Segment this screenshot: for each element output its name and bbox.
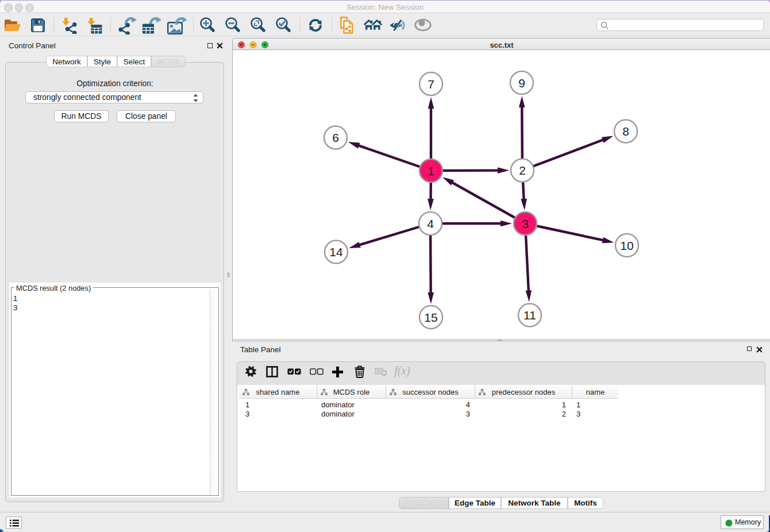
svg-text:15: 15 <box>424 311 437 324</box>
svg-text:3: 3 <box>522 217 529 230</box>
svg-text:10: 10 <box>620 239 633 252</box>
svg-text:4: 4 <box>427 217 434 230</box>
svg-text:11: 11 <box>523 309 536 322</box>
svg-text:9: 9 <box>518 76 525 90</box>
svg-text:14: 14 <box>329 245 343 259</box>
svg-text:6: 6 <box>332 131 339 144</box>
svg-text:7: 7 <box>428 78 434 91</box>
svg-text:8: 8 <box>622 125 629 138</box>
svg-text:1: 1 <box>428 164 434 178</box>
svg-text:2: 2 <box>519 164 526 177</box>
